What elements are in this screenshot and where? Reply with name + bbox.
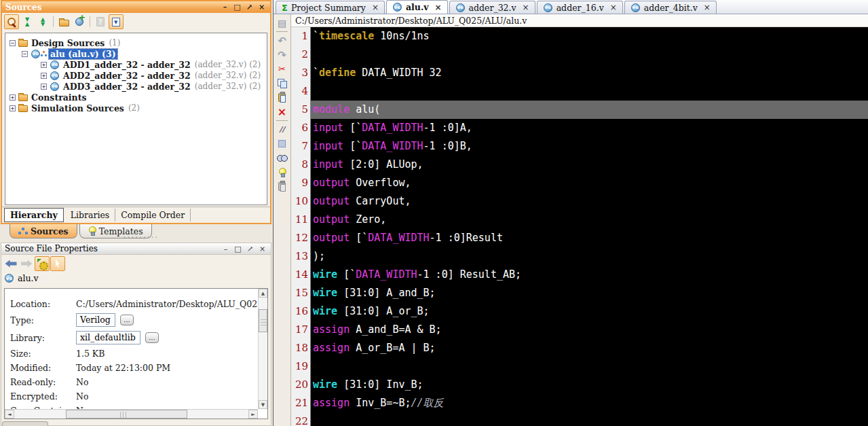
editor-tab-adder-4bit-v[interactable]: veadder_4bit.v× xyxy=(624,1,717,14)
delete-button[interactable]: × xyxy=(275,105,289,119)
horizontal-scroll-thumb[interactable] xyxy=(66,410,187,419)
tree-item-label[interactable]: ADD1_adder_32 - adder_32 xyxy=(62,60,192,70)
tree-expander[interactable]: − xyxy=(10,40,16,46)
paste-button[interactable] xyxy=(275,90,289,105)
tree-expander[interactable]: + xyxy=(10,105,16,111)
copy-button[interactable] xyxy=(275,76,289,90)
scroll-down-button[interactable]: ▼ xyxy=(259,400,267,409)
tree-item[interactable]: +Constraints xyxy=(5,92,267,103)
properties-title-bar[interactable]: Source File Properties –□↗× xyxy=(1,243,271,255)
subtab-hierarchy[interactable]: Hierarchy xyxy=(4,208,64,222)
select-arrow-button[interactable] xyxy=(50,256,65,271)
maximize-button[interactable]: □ xyxy=(233,244,243,254)
code-segment: A_or_B=A | B; xyxy=(350,342,435,354)
tree-item-label[interactable]: ADD3_adder_32 - adder_32 xyxy=(62,82,192,92)
tree-expander[interactable]: − xyxy=(22,51,28,57)
save-button[interactable]: ▤ xyxy=(275,16,289,30)
back-button[interactable] xyxy=(3,256,18,271)
forward-button[interactable] xyxy=(19,256,34,271)
sources-window-buttons: –□↗× xyxy=(220,2,267,12)
collapse-all-icon xyxy=(25,17,29,26)
redo-button[interactable]: ↷ xyxy=(275,48,289,62)
more-button[interactable]: ... xyxy=(120,315,134,325)
minimize-button[interactable]: – xyxy=(220,2,230,12)
tree-item[interactable]: −Design Sources(1) xyxy=(5,37,267,48)
dock-button[interactable] xyxy=(109,14,124,29)
property-label: Size: xyxy=(10,349,76,359)
close-icon[interactable]: × xyxy=(372,3,379,12)
tree-item[interactable]: +veADD2_adder_32 - adder_32(adder_32.v) … xyxy=(5,70,267,81)
horizontal-scroll-track[interactable] xyxy=(14,410,248,419)
close-icon[interactable]: × xyxy=(704,3,711,12)
expand-all-button[interactable] xyxy=(35,14,50,29)
expand-all-icon xyxy=(41,17,45,26)
paste-special-button[interactable] xyxy=(275,179,289,194)
scroll-up-button[interactable]: ▲ xyxy=(259,289,267,298)
help-button[interactable]: ? xyxy=(93,14,108,29)
code-line: `timescale 10ns/1ns xyxy=(311,27,868,46)
line-number: 17 xyxy=(291,321,310,339)
tree-item[interactable]: +veADD3_adder_32 - adder_32(adder_32.v) … xyxy=(5,81,267,92)
hierarchy-icon xyxy=(41,51,47,57)
line-number: 6 xyxy=(291,119,310,137)
editor-tab-project-summary[interactable]: ΣProject Summary× xyxy=(276,1,385,14)
maximize-button[interactable]: □ xyxy=(232,2,242,12)
float-button[interactable]: ↗ xyxy=(245,244,255,254)
collapse-all-button[interactable] xyxy=(20,14,35,29)
tree-item[interactable]: −vealu (alu.v) (3) xyxy=(5,48,267,59)
editor-tab-adder-32-v[interactable]: veadder_32.v× xyxy=(449,1,535,14)
auto-update-button[interactable] xyxy=(35,256,50,271)
tree-expander[interactable]: + xyxy=(41,84,47,90)
vertical-scroll-thumb[interactable] xyxy=(259,309,267,332)
code-editor[interactable]: 12345678910111213141516171819202122 `tim… xyxy=(291,27,868,426)
find-button[interactable] xyxy=(275,151,289,165)
open-file-button[interactable] xyxy=(56,14,71,29)
more-button[interactable]: ... xyxy=(145,332,159,343)
lightbulb-button[interactable] xyxy=(275,165,289,179)
close-button[interactable]: × xyxy=(257,2,267,12)
scroll-right-button[interactable]: ► xyxy=(248,410,258,419)
tree-expander[interactable]: + xyxy=(41,73,47,79)
tree-item-label[interactable]: Constraints xyxy=(30,92,88,103)
tree-item[interactable]: +Simulation Sources(2) xyxy=(5,103,267,113)
comment-button[interactable]: // xyxy=(275,122,289,137)
scroll-left-button[interactable]: ◄ xyxy=(5,410,14,419)
close-button[interactable]: × xyxy=(257,244,267,254)
code-segment: input xyxy=(313,140,343,152)
code-segment: define xyxy=(319,67,356,79)
tree-item-label[interactable]: Design Sources xyxy=(30,38,106,48)
float-button[interactable]: ↗ xyxy=(244,2,254,12)
block-select-button[interactable] xyxy=(275,137,289,151)
undo-button[interactable]: ↶ xyxy=(275,33,289,48)
editor-tab-adder-16-v[interactable]: veadder_16.v× xyxy=(537,1,623,14)
tree-item-label[interactable]: ADD2_adder_32 - adder_32 xyxy=(62,71,192,81)
editor-tab-alu-v[interactable]: vealu.v× xyxy=(386,0,448,14)
line-number: 7 xyxy=(291,137,310,156)
tree-expander[interactable]: + xyxy=(10,94,16,101)
subtab-libraries[interactable]: Libraries xyxy=(65,209,116,221)
close-icon[interactable]: × xyxy=(435,3,442,12)
property-combo[interactable]: Verilog xyxy=(76,313,115,327)
code-segment: [` xyxy=(350,232,368,244)
tree-item-label[interactable]: alu (alu.v) (3) xyxy=(49,49,117,59)
forward-icon xyxy=(21,260,33,268)
subtab-compile-order[interactable]: Compile Order xyxy=(115,209,191,221)
search-button[interactable] xyxy=(4,14,19,29)
doc-tab-sources[interactable]: Sources xyxy=(10,224,77,238)
sigma-icon: Σ xyxy=(282,3,288,13)
sources-title-bar[interactable]: Sources –□↗× xyxy=(2,1,270,13)
close-icon[interactable]: × xyxy=(523,3,529,12)
minimize-button[interactable]: – xyxy=(221,244,231,254)
code-segment: DATA_WIDTH xyxy=(368,232,429,244)
bottom-tab-stub[interactable] xyxy=(2,421,48,426)
add-source-button[interactable] xyxy=(72,14,87,29)
tree-item-label[interactable]: Simulation Sources xyxy=(30,103,126,113)
close-icon[interactable]: × xyxy=(610,3,617,12)
vertical-scrollbar[interactable]: ▲ ▼ xyxy=(258,289,267,409)
tree-expander[interactable]: + xyxy=(41,62,47,68)
horizontal-scrollbar[interactable]: ◄ ► xyxy=(5,409,258,419)
cut-button[interactable]: ✂ xyxy=(275,62,289,76)
splitter-handle[interactable]: ········· xyxy=(114,237,168,241)
tree-item[interactable]: +veADD1_adder_32 - adder_32(adder_32.v) … xyxy=(5,59,267,70)
property-combo[interactable]: xil_defaultlib xyxy=(76,331,140,344)
